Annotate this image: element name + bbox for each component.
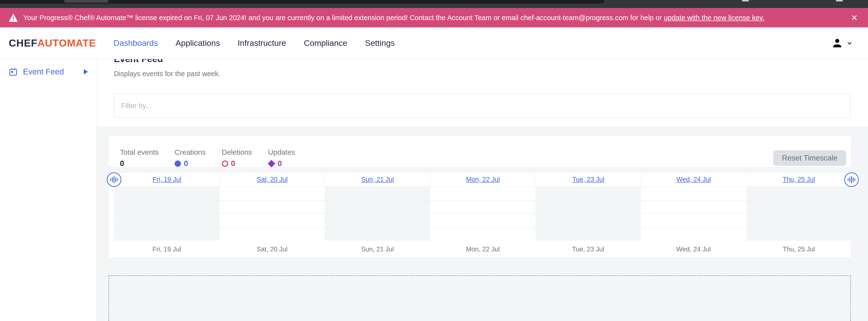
nav-settings[interactable]: Settings: [365, 38, 395, 48]
close-icon[interactable]: ✕: [849, 13, 860, 22]
stat-value: 0: [278, 159, 282, 168]
timeline-cell: [325, 201, 430, 214]
timescale-right-handle[interactable]: [844, 172, 859, 187]
timeline: Fri, 19 Jul Sat, 20 Jul Sun, 21 Jul Mon,…: [114, 172, 851, 258]
updates-marker-icon: [268, 160, 275, 167]
timeline-cell: [535, 214, 641, 227]
timeline-row: [114, 187, 851, 201]
stat-total-events: Total events 0: [120, 148, 159, 168]
timescale-left-handle[interactable]: [107, 172, 121, 187]
logo-chef: CHEF: [9, 37, 37, 49]
timeline-day-header: Fri, 19 Jul Sat, 20 Jul Sun, 21 Jul Mon,…: [114, 172, 851, 187]
main-content: Event Feed Displays events for the past …: [97, 59, 868, 321]
license-banner-text: Your Progress® Chef® Automate™ license e…: [23, 14, 764, 22]
sidebar: Event Feed: [0, 59, 97, 321]
stat-value: 0: [120, 159, 124, 168]
nav-dashboards[interactable]: Dashboards: [113, 38, 158, 48]
chevron-down-icon: [846, 39, 854, 47]
day-footer-label: Wed, 24 Jul: [641, 241, 746, 258]
timeline-cell: [219, 214, 325, 227]
stat-label: Updates: [268, 148, 295, 156]
timeline-cell: [114, 214, 219, 227]
timeline-cell: [746, 214, 851, 227]
day-link[interactable]: Tue, 23 Jul: [572, 176, 604, 183]
timeline-cell: [430, 227, 535, 241]
day-header-cell: Mon, 22 Jul: [430, 172, 535, 187]
nav-compliance[interactable]: Compliance: [304, 38, 347, 48]
deletions-marker-icon: [222, 160, 228, 167]
timeline-cell: [430, 214, 535, 227]
timeline-row: [114, 227, 851, 241]
timeline-cell: [641, 227, 746, 241]
day-header-cell: Thu, 25 Jul: [746, 172, 851, 187]
timeline-divider: [108, 167, 851, 172]
stat-label: Creations: [175, 148, 206, 156]
warning-triangle-icon: [9, 13, 18, 22]
day-link[interactable]: Fri, 19 Jul: [153, 176, 181, 183]
timeline-row: [114, 214, 851, 227]
calendar-icon: [9, 67, 18, 76]
day-footer-label: Mon, 22 Jul: [430, 241, 535, 258]
stat-label: Deletions: [222, 148, 252, 156]
stat-creations: Creations 0: [175, 148, 206, 168]
timeline-cell: [325, 227, 430, 241]
timeline-cell: [325, 187, 430, 200]
page-header-section: Event Feed Displays events for the past …: [97, 59, 868, 126]
timeline-cell: [114, 187, 219, 200]
timeline-cell: [641, 201, 746, 214]
logo-automate: AUTOMATE: [37, 37, 96, 49]
day-link[interactable]: Wed, 24 Jul: [676, 176, 711, 183]
timescale-grip-icon: [110, 175, 118, 184]
day-footer-label: Tue, 23 Jul: [535, 241, 641, 258]
event-stats: Total events 0 Creations 0 Deletions 0 U…: [120, 148, 295, 168]
day-link[interactable]: Thu, 25 Jul: [783, 176, 815, 183]
browser-toolbar-icon: [742, 0, 749, 1]
sidebar-item-event-feed[interactable]: Event Feed: [0, 64, 97, 79]
update-license-link[interactable]: update with the new license key.: [664, 14, 764, 22]
nav-applications[interactable]: Applications: [176, 38, 220, 48]
day-footer-label: Thu, 25 Jul: [746, 241, 851, 258]
timeline-cell: [641, 214, 746, 227]
stat-updates: Updates 0: [268, 148, 295, 168]
browser-tab-highlight: [64, 0, 108, 3]
browser-chrome-bar: [0, 0, 868, 8]
timeline-cell: [746, 227, 851, 241]
stat-value: 0: [184, 159, 188, 168]
timeline-cell: [430, 187, 535, 200]
guitar-string-drop-zone: [108, 275, 851, 321]
day-link[interactable]: Mon, 22 Jul: [466, 176, 500, 183]
page-subtitle: Displays events for the past week.: [114, 70, 220, 78]
day-header-cell: Tue, 23 Jul: [535, 172, 641, 187]
day-header-cell: Sun, 21 Jul: [325, 172, 430, 187]
day-header-cell: Fri, 19 Jul: [114, 172, 219, 187]
timeline-cell: [535, 187, 641, 200]
day-header-cell: Wed, 24 Jul: [641, 172, 746, 187]
creations-marker-icon: [175, 160, 181, 167]
timescale-grip-icon: [847, 175, 856, 184]
user-profile-icon: [832, 37, 843, 49]
day-footer-label: Fri, 19 Jul: [114, 241, 219, 258]
app-header: CHEFAUTOMATE Dashboards Applications Inf…: [0, 27, 868, 59]
timeline-cell: [535, 201, 641, 214]
day-link[interactable]: Sun, 21 Jul: [361, 176, 394, 183]
stat-value: 0: [231, 159, 235, 168]
timeline-cell: [114, 227, 219, 241]
timeline-cell: [219, 227, 325, 241]
timeline-cell: [430, 201, 535, 214]
reset-timescale-button[interactable]: Reset Timescale: [773, 150, 846, 166]
day-link[interactable]: Sat, 20 Jul: [257, 176, 288, 183]
user-menu[interactable]: [832, 37, 859, 49]
main-nav: Dashboards Applications Infrastructure C…: [113, 38, 395, 48]
expand-arrow-icon: [84, 69, 88, 75]
chef-automate-logo[interactable]: CHEFAUTOMATE: [9, 37, 96, 49]
timeline-day-footer: Fri, 19 Jul Sat, 20 Jul Sun, 21 Jul Mon,…: [114, 241, 851, 258]
filter-input[interactable]: [114, 94, 850, 118]
event-feed-card: Total events 0 Creations 0 Deletions 0 U…: [108, 136, 851, 258]
timeline-cell: [219, 201, 325, 214]
nav-infrastructure[interactable]: Infrastructure: [238, 38, 286, 48]
timeline-cell: [114, 201, 219, 214]
timeline-cell: [325, 214, 430, 227]
timeline-row: [114, 201, 851, 214]
timeline-cell: [746, 201, 851, 214]
timeline-cell: [219, 187, 325, 200]
